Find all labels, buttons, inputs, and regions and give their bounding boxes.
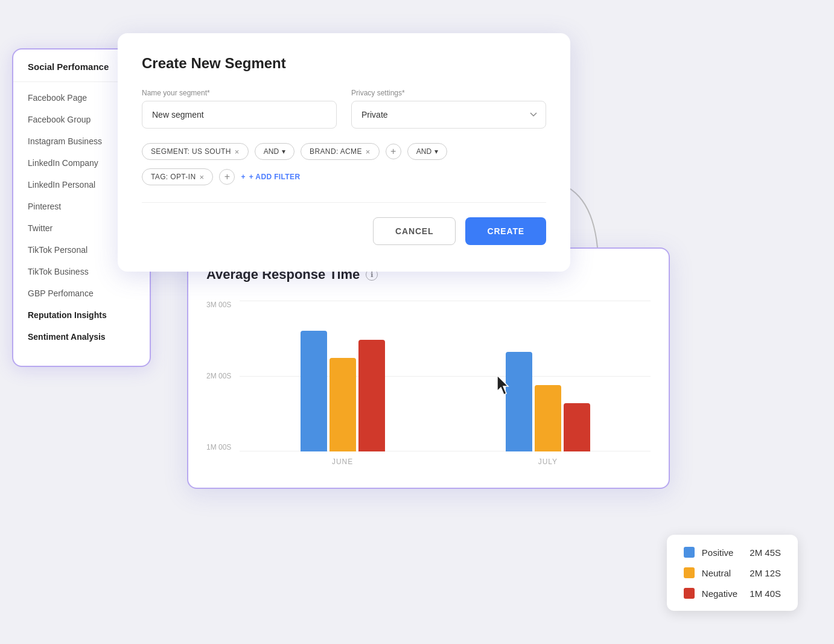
segment-chip[interactable]: SEGMENT: US SOUTH × (142, 143, 249, 160)
x-label-june: JUNE (240, 457, 445, 466)
chart-bars-area: JUNE JULY (240, 301, 651, 470)
brand-chip-label: BRAND: ACME (310, 147, 362, 156)
create-segment-modal: Create New Segment Name your segment* Pr… (118, 33, 570, 272)
sidebar-item-sentiment-analysis[interactable]: Sentiment Analysis (13, 326, 150, 348)
add-filter-label: + ADD FILTER (249, 173, 301, 181)
bar-july-neutral (535, 385, 561, 451)
add-filter-icon: + (241, 173, 245, 181)
create-button[interactable]: CREATE (465, 217, 546, 245)
chart-x-labels: JUNE JULY (240, 457, 651, 466)
segment-name-input[interactable] (142, 101, 337, 129)
brand-add-btn[interactable]: + (386, 144, 401, 159)
x-label-july: JULY (445, 457, 651, 466)
legend-color-negative (684, 588, 695, 599)
cancel-button[interactable]: CANCEL (373, 217, 456, 245)
legend-item-positive: Positive 2M 45S (684, 547, 781, 558)
sidebar-item-reputation-insights[interactable]: Reputation Insights (13, 304, 150, 326)
legend-value-neutral: 2M 12S (745, 568, 781, 578)
segment-chip-label: SEGMENT: US SOUTH (151, 147, 231, 156)
sidebar-item-gbp-perfomance[interactable]: GBP Perfomance (13, 282, 150, 304)
and-btn-1[interactable]: AND ▾ (255, 143, 294, 160)
legend-label-negative: Negative (702, 588, 737, 599)
brand-chip-remove[interactable]: × (366, 148, 371, 156)
bar-june-neutral (329, 358, 356, 451)
segment-chip-remove[interactable]: × (235, 148, 240, 156)
bar-july-negative (564, 403, 590, 451)
tag-add-btn[interactable]: + (219, 169, 235, 185)
modal-title: Create New Segment (142, 55, 546, 72)
tag-chip-remove[interactable]: × (199, 173, 204, 181)
segment-name-group: Name your segment* (142, 89, 337, 129)
and-btn-2[interactable]: AND ▾ (407, 143, 447, 160)
legend-label-neutral: Neutral (702, 568, 737, 578)
legend-item-negative: Negative 1M 40S (684, 588, 781, 599)
chart-group-june (240, 331, 445, 451)
legend-color-positive (684, 547, 695, 558)
bar-june-negative (358, 340, 385, 451)
chart-group-july (445, 352, 651, 451)
y-label-2m: 2M 00S (206, 372, 231, 380)
privacy-settings-group: Privacy settings* Private Public (351, 89, 546, 129)
chart-bars-row (240, 301, 651, 451)
legend-panel: Positive 2M 45S Neutral 2M 12S Negative … (667, 535, 798, 611)
bar-june-positive (301, 331, 327, 451)
privacy-select[interactable]: Private Public (351, 101, 546, 129)
filter-row-2: TAG: OPT-IN × + + + ADD FILTER (142, 168, 546, 185)
tag-chip[interactable]: TAG: OPT-IN × (142, 168, 213, 185)
bar-july-positive (506, 352, 532, 451)
y-label-1m: 1M 00S (206, 443, 231, 451)
form-row-main: Name your segment* Privacy settings* Pri… (142, 89, 546, 129)
chart-area: 3M 00S 2M 00S 1M 00S (206, 301, 651, 470)
modal-divider (142, 202, 546, 203)
privacy-label: Privacy settings* (351, 89, 546, 97)
legend-color-neutral (684, 567, 695, 578)
modal-actions: CANCEL CREATE (142, 217, 546, 245)
chart-panel: Average Response Time ℹ 3M 00S 2M 00S 1M… (187, 247, 670, 489)
y-label-3m: 3M 00S (206, 301, 231, 309)
legend-item-neutral: Neutral 2M 12S (684, 567, 781, 578)
segment-name-label: Name your segment* (142, 89, 337, 97)
legend-value-positive: 2M 45S (745, 547, 781, 558)
filter-row-1: SEGMENT: US SOUTH × AND ▾ BRAND: ACME × … (142, 143, 546, 160)
legend-label-positive: Positive (702, 547, 737, 558)
legend-value-negative: 1M 40S (745, 588, 781, 599)
tag-chip-label: TAG: OPT-IN (151, 173, 196, 181)
add-filter-button[interactable]: + + ADD FILTER (241, 173, 300, 181)
brand-chip[interactable]: BRAND: ACME × (301, 143, 380, 160)
chart-y-axis: 3M 00S 2M 00S 1M 00S (206, 301, 240, 470)
